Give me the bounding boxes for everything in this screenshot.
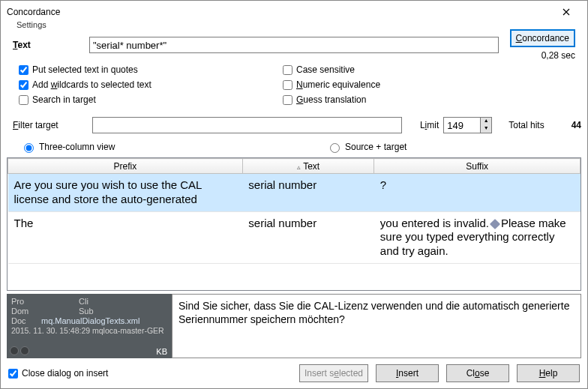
results-table-wrap: Prefix ▵ Text Suffix Are you sure you wi… — [7, 157, 581, 291]
meta-kb-label: KB — [156, 347, 167, 356]
view-mode-radios: Three-column view Source + target — [1, 136, 587, 157]
numeric-equiv-checkbox[interactable]: Numeric equivalenceNumeric equivalence — [283, 78, 470, 91]
add-wildcards-checkbox[interactable]: Add wildcards to selected textAdd wildca… — [19, 78, 283, 91]
results-table[interactable]: Prefix ▵ Text Suffix Are you sure you wi… — [8, 158, 580, 264]
text-label: Text — [13, 40, 85, 50]
col-suffix[interactable]: Suffix — [374, 159, 580, 174]
concordance-window: Concordance Settings Text Concordance 0,… — [0, 0, 588, 389]
close-button[interactable]: CloseClose — [446, 364, 509, 382]
col-text[interactable]: ▵ Text — [242, 159, 374, 174]
meta-sub-label: Sub — [79, 307, 109, 316]
meta-doc-value: mq.ManualDialogTexts.xml — [41, 316, 167, 325]
total-hits-label: Total hits — [508, 120, 544, 130]
cell-prefix: The — [8, 211, 243, 263]
limit-input[interactable] — [443, 117, 481, 133]
limit-stepper[interactable]: ▲▼ — [443, 117, 492, 133]
table-row[interactable]: The serial number you entered is invalid… — [8, 211, 580, 263]
meta-nav-dots[interactable] — [10, 346, 31, 357]
settings-group-label: Settings — [14, 20, 49, 29]
insert-selected-button: Insert selectedInsert selected — [299, 364, 368, 382]
cell-suffix: ? — [374, 174, 580, 212]
cell-text: serial number — [242, 174, 374, 212]
cell-suffix: you entered is invalid.Please make sure … — [374, 211, 580, 263]
filter-target-label: Filter targetFilter target — [13, 120, 88, 130]
put-quotes-checkbox[interactable]: Put selected text in quotes — [19, 63, 283, 76]
meta-doc-label: Doc — [11, 316, 41, 325]
settings-group: Settings Text Concordance 0,28 sec Put s… — [7, 25, 581, 112]
cell-text: serial number — [242, 211, 374, 263]
meta-panel: ProCli DomSub Docmq.ManualDialogTexts.xm… — [7, 294, 172, 358]
limit-label: LimitLimit — [420, 120, 439, 130]
filter-row: Filter targetFilter target LimitLimit ▲▼… — [1, 112, 587, 136]
detail-pane: ProCli DomSub Docmq.ManualDialogTexts.xm… — [7, 294, 581, 358]
titlebar: Concordance — [1, 1, 587, 23]
help-button[interactable]: HelpHelp — [517, 364, 580, 382]
limit-down-icon[interactable]: ▼ — [481, 125, 491, 133]
translation-pane[interactable]: Sind Sie sicher, dass Sie die CAL-Lizenz… — [172, 294, 581, 358]
three-column-radio[interactable]: Three-column view — [20, 141, 319, 153]
close-on-insert-checkbox[interactable]: Close dialog on insert — [8, 367, 108, 380]
close-icon[interactable] — [551, 1, 581, 22]
segment-marker-icon — [490, 218, 500, 229]
meta-dom-label: Dom — [11, 307, 41, 316]
filter-target-input[interactable] — [92, 117, 402, 133]
col-prefix[interactable]: Prefix — [8, 159, 243, 174]
total-hits-value: 44 — [572, 120, 581, 130]
meta-timestamp: 2015. 11. 30. 15:48:29 mqloca-master-GER — [11, 326, 167, 335]
source-target-radio[interactable]: Source + target — [326, 141, 406, 153]
window-title: Concordance — [7, 7, 551, 17]
search-target-checkbox[interactable]: Search in target — [19, 93, 283, 106]
meta-pro-label: Pro — [11, 297, 41, 306]
timer-label: 0,28 sec — [542, 50, 575, 61]
guess-translation-checkbox[interactable]: Guess translationGuess translation — [283, 93, 470, 106]
limit-up-icon[interactable]: ▲ — [481, 118, 491, 125]
cell-prefix: Are you sure you wish to use the CAL lic… — [8, 174, 243, 212]
concordance-button[interactable]: Concordance — [510, 29, 575, 47]
insert-button[interactable]: InsertInsert — [376, 364, 439, 382]
bottom-bar: Close dialog on insert Insert selectedIn… — [1, 358, 587, 388]
meta-cli-label: Cli — [79, 297, 109, 306]
case-sensitive-checkbox[interactable]: Case sensitive — [283, 63, 470, 76]
table-row[interactable]: Are you sure you wish to use the CAL lic… — [8, 174, 580, 212]
search-text-input[interactable] — [89, 37, 499, 53]
